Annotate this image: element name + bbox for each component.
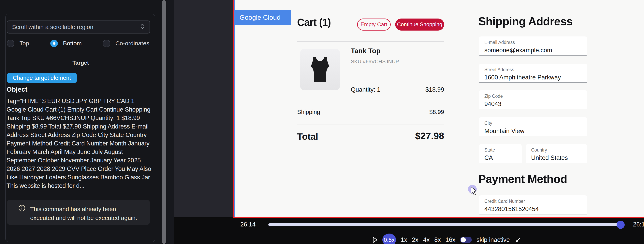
country-field-value: United States xyxy=(531,154,584,161)
city-field-label: City xyxy=(484,121,584,126)
info-banner: This command has already been executed a… xyxy=(7,200,150,225)
select-updown-icon xyxy=(140,23,145,31)
sidebar-scrollbar[interactable] xyxy=(162,0,166,244)
speed-4x-button[interactable]: 4x xyxy=(423,236,430,244)
cart-item-name: Tank Top xyxy=(351,47,380,55)
stage-gutter xyxy=(167,0,174,244)
state-field[interactable]: State CA xyxy=(479,144,522,163)
site-accent-bar xyxy=(234,0,235,217)
total-time: 26:15 xyxy=(633,221,644,228)
cart-title: Cart (1) xyxy=(297,16,331,28)
city-field-value: Mountain View xyxy=(484,128,584,135)
stage-background xyxy=(174,0,232,217)
continue-shopping-button[interactable]: Continue Shopping xyxy=(395,18,444,30)
target-section-divider: Target xyxy=(12,60,149,66)
radio-option-coordinates: Co-ordinates xyxy=(103,40,149,47)
zip-field-label: Zip Code xyxy=(484,94,584,99)
email-field[interactable]: E-mail Address someone@example.com xyxy=(479,36,587,56)
seek-bar[interactable] xyxy=(268,223,620,226)
skip-inactive-toggle[interactable] xyxy=(460,237,472,243)
speed-1x-button[interactable]: 1x xyxy=(401,236,407,244)
total-value: $27.98 xyxy=(415,130,444,141)
product-image-tank-top xyxy=(300,49,340,90)
playback-controls: 0.5x 1x 2x 4x 8x 16x skip inactive xyxy=(372,234,522,244)
radio-coordinates-label: Co-ordinates xyxy=(116,40,149,47)
change-target-button[interactable]: Change target element xyxy=(7,73,77,83)
shop-webpage: Cart (1) Empty Cart Continue Shopping Ta… xyxy=(235,0,644,217)
speed-16x-button[interactable]: 16x xyxy=(446,236,456,244)
brand-logo[interactable]: Google Cloud xyxy=(234,10,291,25)
divider-line xyxy=(94,63,149,63)
empty-cart-button[interactable]: Empty Cart xyxy=(357,18,391,30)
seek-thumb[interactable] xyxy=(616,221,625,229)
cart-divider xyxy=(297,106,444,106)
divider-line xyxy=(12,63,67,63)
toggle-knob xyxy=(461,237,466,243)
country-field-label: Country xyxy=(531,147,584,153)
credit-card-number-field[interactable]: Credit Card Number 4432801561520454 xyxy=(479,195,587,215)
object-description: Tag="HTML" $ EUR USD JPY GBP TRY CAD 1 G… xyxy=(6,97,152,190)
radio-option-bottom: Bottom xyxy=(50,40,82,47)
current-time: 26:14 xyxy=(240,221,256,228)
state-field-value: CA xyxy=(484,154,518,161)
speed-8x-button[interactable]: 8x xyxy=(434,236,441,244)
cart-item-quantity: Quantity: 1 xyxy=(351,86,380,93)
mouse-cursor-icon xyxy=(470,187,478,196)
cart-item-price: $18.99 xyxy=(426,86,444,93)
cart-divider xyxy=(297,125,444,125)
play-button[interactable] xyxy=(372,237,378,243)
street-address-field[interactable]: Street Address 1600 Amphitheatre Parkway xyxy=(479,64,587,83)
city-field[interactable]: City Mountain View xyxy=(479,117,587,136)
fullscreen-icon[interactable] xyxy=(514,236,522,244)
shipping-cost-label: Shipping xyxy=(297,109,320,115)
cart-divider xyxy=(297,41,444,42)
target-section-label: Target xyxy=(72,60,89,66)
zip-field-value: 94043 xyxy=(484,100,584,108)
speed-2x-button[interactable]: 2x xyxy=(412,236,418,244)
state-field-label: State xyxy=(484,147,518,153)
shipping-cost-value: $8.99 xyxy=(429,109,444,115)
zip-code-field[interactable]: Zip Code 94043 xyxy=(479,90,587,109)
skip-inactive-label: skip inactive xyxy=(476,236,510,244)
street-field-label: Street Address xyxy=(484,67,584,72)
tool-sidebar: Scroll within a scrollable region Top Bo… xyxy=(0,0,167,244)
action-select-value: Scroll within a scrollable region xyxy=(12,24,140,30)
payment-method-heading: Payment Method xyxy=(478,172,567,186)
info-icon xyxy=(18,205,26,225)
total-label: Total xyxy=(297,131,318,142)
cart-item-sku: SKU #66VCHSJNUP xyxy=(351,58,399,65)
element-highlight-left-edge xyxy=(232,0,234,218)
tank-top-illustration xyxy=(308,56,332,83)
radio-top[interactable] xyxy=(7,40,14,47)
street-field-value: 1600 Amphitheatre Parkway xyxy=(484,74,584,81)
country-field[interactable]: Country United States xyxy=(526,144,587,163)
speed-0.5x-button[interactable]: 0.5x xyxy=(382,234,396,244)
info-message: This command has already been executed a… xyxy=(30,205,141,225)
radio-coordinates[interactable] xyxy=(103,40,110,47)
action-select[interactable]: Scroll within a scrollable region xyxy=(7,20,150,33)
credit-card-field-label: Credit Card Number xyxy=(484,199,584,204)
shipping-address-heading: Shipping Address xyxy=(478,14,572,28)
credit-card-field-value: 4432801561520454 xyxy=(484,206,584,213)
radio-option-top: Top xyxy=(7,40,29,47)
email-field-value: someone@example.com xyxy=(484,47,584,54)
sidebar-divider xyxy=(12,234,149,234)
radio-bottom-label: Bottom xyxy=(63,40,82,47)
radio-top-label: Top xyxy=(20,40,29,47)
email-field-label: E-mail Address xyxy=(484,40,584,45)
object-heading: Object xyxy=(6,86,28,93)
app-root: Scroll within a scrollable region Top Bo… xyxy=(0,0,644,244)
radio-bottom[interactable] xyxy=(50,40,58,47)
